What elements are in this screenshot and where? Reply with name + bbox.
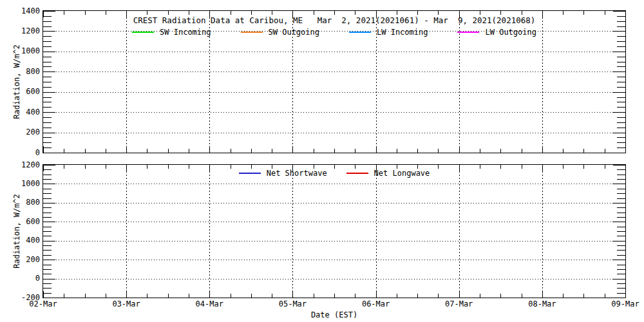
y-tick	[617, 255, 625, 256]
y-tick	[43, 175, 52, 175]
x-tick	[605, 165, 605, 169]
x-tick	[147, 149, 147, 153]
y-tick	[43, 298, 55, 298]
x-tick	[189, 294, 189, 298]
y-tick	[43, 241, 55, 242]
y-grid-line	[43, 112, 625, 113]
y-tick	[43, 97, 52, 98]
x-tick	[542, 146, 543, 153]
x-tick	[583, 11, 584, 15]
x-tick	[355, 11, 355, 15]
y-tick	[617, 57, 625, 57]
x-tick	[64, 11, 64, 15]
x-grid-line	[542, 11, 543, 153]
y-grid-line	[43, 133, 625, 133]
y-tick	[43, 198, 52, 199]
legend-label-sw-incoming: SW Incoming	[160, 28, 211, 37]
y-tick	[613, 298, 625, 298]
y-grid-line	[43, 279, 625, 279]
x-tick	[189, 165, 189, 169]
x-tick	[126, 291, 127, 298]
x-grid-line	[459, 165, 460, 298]
y-tick	[43, 260, 55, 260]
y-tick	[613, 112, 625, 113]
x-grid-line	[376, 11, 377, 153]
x-tick	[500, 294, 501, 298]
legend-item-net-shortwave: Net Shortwave	[239, 169, 327, 178]
x-tick	[438, 165, 439, 169]
x-grid-line	[542, 165, 543, 298]
y-tick	[43, 66, 52, 67]
y-tick	[43, 279, 55, 279]
y-tick	[613, 92, 625, 93]
y-tick	[617, 288, 625, 289]
legend-label-sw-outgoing: SW Outgoing	[269, 28, 319, 37]
y-tick	[613, 165, 625, 166]
radiation-components-plot: CREST Radiation Data at Caribou, ME Mar …	[43, 10, 626, 153]
legend-item-sw-outgoing: SW Outgoing	[241, 28, 319, 37]
x-tick	[64, 149, 64, 153]
y-grid-line	[43, 203, 625, 204]
x-tick	[85, 11, 86, 15]
legend-label-lw-incoming: LW Incoming	[377, 28, 428, 37]
y-tick	[617, 117, 625, 118]
y-tick	[43, 227, 52, 227]
x-tick	[251, 294, 252, 298]
x-tick	[438, 11, 439, 15]
y-tick	[617, 46, 625, 47]
x-tick	[106, 165, 106, 169]
x-tick	[334, 165, 335, 169]
x-tick	[625, 146, 626, 153]
y-tick	[617, 269, 625, 270]
x-tick	[43, 165, 44, 171]
x-tick	[334, 294, 335, 298]
y-tick	[617, 198, 625, 199]
x-tick	[106, 11, 106, 15]
y-tick	[43, 117, 52, 118]
x-tick-label: 08-Mar	[520, 300, 565, 308]
y-tick	[43, 16, 52, 17]
y-tick	[43, 57, 52, 57]
y-tick	[43, 41, 52, 42]
x-tick	[625, 165, 626, 171]
x-tick	[43, 146, 44, 153]
legend-color-line-net-shortwave	[239, 173, 261, 174]
x-tick	[376, 291, 377, 298]
y-tick-label: 1400	[10, 7, 40, 15]
y-tick	[613, 260, 625, 260]
y-tick	[43, 283, 52, 284]
y-tick	[43, 87, 52, 88]
y-tick	[617, 189, 625, 189]
x-tick	[106, 294, 106, 298]
y-tick	[617, 26, 625, 27]
x-grid-line	[126, 11, 127, 153]
y-tick	[43, 169, 52, 170]
y-tick	[617, 137, 625, 138]
x-tick	[480, 165, 480, 169]
y-tick	[617, 87, 625, 88]
x-tick	[251, 149, 252, 153]
y-tick	[613, 11, 625, 12]
x-tick	[625, 11, 626, 17]
y-tick	[613, 222, 625, 222]
x-tick	[397, 165, 397, 169]
x-tick	[625, 291, 626, 298]
x-grid-line	[126, 165, 127, 298]
x-tick	[417, 294, 418, 298]
x-tick	[355, 149, 355, 153]
y-tick	[613, 71, 625, 72]
legend-color-line-net-longwave	[346, 173, 368, 174]
x-grid-line	[209, 165, 210, 298]
x-tick	[438, 149, 439, 153]
y-tick	[617, 122, 625, 123]
x-tick	[209, 11, 210, 17]
y-tick	[613, 153, 625, 153]
legend-label-lw-outgoing: LW Outgoing	[485, 28, 536, 37]
x-tick	[64, 294, 64, 298]
y-tick	[617, 147, 625, 148]
x-tick	[231, 294, 231, 298]
x-tick	[334, 149, 335, 153]
y-tick	[617, 236, 625, 236]
x-tick	[147, 165, 147, 169]
x-tick	[231, 149, 231, 153]
